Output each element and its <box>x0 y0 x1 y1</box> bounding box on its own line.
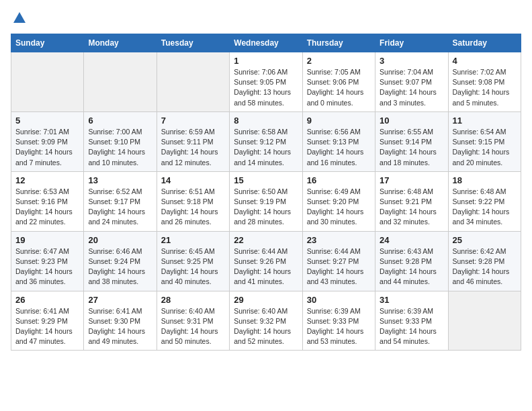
day-number: 9 <box>307 116 371 126</box>
day-number: 18 <box>453 175 517 185</box>
day-info: Sunrise: 7:01 AMSunset: 9:09 PMDaylight:… <box>15 127 79 168</box>
day-info: Sunrise: 6:47 AMSunset: 9:23 PMDaylight:… <box>15 246 79 287</box>
calendar-cell: 18Sunrise: 6:48 AMSunset: 9:22 PMDayligh… <box>448 171 521 231</box>
calendar-cell: 22Sunrise: 6:44 AMSunset: 9:26 PMDayligh… <box>230 231 302 291</box>
day-info: Sunrise: 6:42 AMSunset: 9:28 PMDaylight:… <box>453 246 517 287</box>
calendar-cell: 7Sunrise: 6:59 AMSunset: 9:11 PMDaylight… <box>157 111 229 171</box>
calendar-cell: 8Sunrise: 6:58 AMSunset: 9:12 PMDaylight… <box>230 111 302 171</box>
calendar-cell: 20Sunrise: 6:46 AMSunset: 9:24 PMDayligh… <box>84 231 157 291</box>
calendar-header: SundayMondayTuesdayWednesdayThursdayFrid… <box>11 34 521 52</box>
day-info: Sunrise: 6:59 AMSunset: 9:11 PMDaylight:… <box>161 127 225 168</box>
weekday-header-monday: Monday <box>84 34 157 52</box>
day-number: 7 <box>161 116 225 126</box>
day-info: Sunrise: 6:56 AMSunset: 9:13 PMDaylight:… <box>307 127 371 168</box>
calendar-cell: 27Sunrise: 6:41 AMSunset: 9:30 PMDayligh… <box>84 291 157 351</box>
day-info: Sunrise: 6:49 AMSunset: 9:20 PMDaylight:… <box>307 187 371 228</box>
day-number: 12 <box>15 175 79 185</box>
day-number: 2 <box>307 56 371 66</box>
page-header <box>11 11 521 26</box>
day-info: Sunrise: 6:44 AMSunset: 9:27 PMDaylight:… <box>307 246 371 287</box>
calendar-cell: 11Sunrise: 6:54 AMSunset: 9:15 PMDayligh… <box>448 111 521 171</box>
calendar-cell <box>84 52 157 112</box>
day-number: 14 <box>161 175 225 185</box>
svg-marker-0 <box>13 12 26 23</box>
calendar-cell: 1Sunrise: 7:06 AMSunset: 9:05 PMDaylight… <box>230 52 302 112</box>
day-number: 24 <box>380 235 443 245</box>
day-info: Sunrise: 6:58 AMSunset: 9:12 PMDaylight:… <box>234 127 298 168</box>
day-number: 20 <box>88 235 152 245</box>
day-number: 10 <box>380 116 443 126</box>
day-info: Sunrise: 7:00 AMSunset: 9:10 PMDaylight:… <box>88 127 152 168</box>
day-info: Sunrise: 6:41 AMSunset: 9:30 PMDaylight:… <box>88 306 152 347</box>
day-info: Sunrise: 6:54 AMSunset: 9:15 PMDaylight:… <box>453 127 517 168</box>
calendar-cell: 15Sunrise: 6:50 AMSunset: 9:19 PMDayligh… <box>230 171 302 231</box>
calendar-cell: 19Sunrise: 6:47 AMSunset: 9:23 PMDayligh… <box>11 231 84 291</box>
calendar-week-row: 5Sunrise: 7:01 AMSunset: 9:09 PMDaylight… <box>11 111 521 171</box>
day-number: 31 <box>380 295 443 305</box>
weekday-header-tuesday: Tuesday <box>157 34 229 52</box>
day-info: Sunrise: 6:44 AMSunset: 9:26 PMDaylight:… <box>234 246 298 287</box>
calendar-cell <box>11 52 84 112</box>
calendar-cell: 26Sunrise: 6:41 AMSunset: 9:29 PMDayligh… <box>11 291 84 351</box>
calendar-cell: 4Sunrise: 7:02 AMSunset: 9:08 PMDaylight… <box>448 52 521 112</box>
calendar-cell: 9Sunrise: 6:56 AMSunset: 9:13 PMDaylight… <box>302 111 375 171</box>
day-number: 21 <box>161 235 225 245</box>
calendar-week-row: 26Sunrise: 6:41 AMSunset: 9:29 PMDayligh… <box>11 291 521 351</box>
day-info: Sunrise: 6:48 AMSunset: 9:22 PMDaylight:… <box>453 187 517 228</box>
day-number: 27 <box>88 295 152 305</box>
calendar-cell: 24Sunrise: 6:43 AMSunset: 9:28 PMDayligh… <box>375 231 448 291</box>
day-info: Sunrise: 6:40 AMSunset: 9:31 PMDaylight:… <box>161 306 225 347</box>
day-number: 28 <box>161 295 225 305</box>
day-number: 4 <box>453 56 517 66</box>
day-info: Sunrise: 6:39 AMSunset: 9:33 PMDaylight:… <box>307 306 371 347</box>
calendar-cell: 23Sunrise: 6:44 AMSunset: 9:27 PMDayligh… <box>302 231 375 291</box>
day-info: Sunrise: 7:06 AMSunset: 9:05 PMDaylight:… <box>234 67 298 108</box>
day-info: Sunrise: 6:43 AMSunset: 9:28 PMDaylight:… <box>380 246 443 287</box>
calendar-cell: 13Sunrise: 6:52 AMSunset: 9:17 PMDayligh… <box>84 171 157 231</box>
day-number: 23 <box>307 235 371 245</box>
day-number: 19 <box>15 235 79 245</box>
calendar-cell: 17Sunrise: 6:48 AMSunset: 9:21 PMDayligh… <box>375 171 448 231</box>
logo-icon <box>12 11 27 26</box>
day-info: Sunrise: 7:05 AMSunset: 9:06 PMDaylight:… <box>307 67 371 108</box>
calendar-body: 1Sunrise: 7:06 AMSunset: 9:05 PMDaylight… <box>11 52 521 351</box>
day-number: 11 <box>453 116 517 126</box>
day-number: 22 <box>234 235 298 245</box>
day-info: Sunrise: 6:46 AMSunset: 9:24 PMDaylight:… <box>88 246 152 287</box>
calendar-cell: 6Sunrise: 7:00 AMSunset: 9:10 PMDaylight… <box>84 111 157 171</box>
day-info: Sunrise: 7:02 AMSunset: 9:08 PMDaylight:… <box>453 67 517 108</box>
day-number: 13 <box>88 175 152 185</box>
calendar-cell: 21Sunrise: 6:45 AMSunset: 9:25 PMDayligh… <box>157 231 229 291</box>
calendar-cell: 2Sunrise: 7:05 AMSunset: 9:06 PMDaylight… <box>302 52 375 112</box>
day-info: Sunrise: 6:55 AMSunset: 9:14 PMDaylight:… <box>380 127 443 168</box>
calendar-cell: 14Sunrise: 6:51 AMSunset: 9:18 PMDayligh… <box>157 171 229 231</box>
day-number: 1 <box>234 56 298 66</box>
day-number: 8 <box>234 116 298 126</box>
weekday-header-saturday: Saturday <box>448 34 521 52</box>
day-number: 26 <box>15 295 79 305</box>
calendar-cell: 16Sunrise: 6:49 AMSunset: 9:20 PMDayligh… <box>302 171 375 231</box>
day-info: Sunrise: 6:52 AMSunset: 9:17 PMDaylight:… <box>88 187 152 228</box>
day-number: 30 <box>307 295 371 305</box>
day-number: 15 <box>234 175 298 185</box>
day-number: 16 <box>307 175 371 185</box>
day-info: Sunrise: 6:40 AMSunset: 9:32 PMDaylight:… <box>234 306 298 347</box>
day-number: 17 <box>380 175 443 185</box>
calendar-week-row: 12Sunrise: 6:53 AMSunset: 9:16 PMDayligh… <box>11 171 521 231</box>
calendar-cell: 30Sunrise: 6:39 AMSunset: 9:33 PMDayligh… <box>302 291 375 351</box>
weekday-header-sunday: Sunday <box>11 34 84 52</box>
weekday-header-friday: Friday <box>375 34 448 52</box>
calendar-cell: 12Sunrise: 6:53 AMSunset: 9:16 PMDayligh… <box>11 171 84 231</box>
calendar-cell: 25Sunrise: 6:42 AMSunset: 9:28 PMDayligh… <box>448 231 521 291</box>
logo <box>11 11 27 26</box>
calendar-cell: 5Sunrise: 7:01 AMSunset: 9:09 PMDaylight… <box>11 111 84 171</box>
day-info: Sunrise: 6:39 AMSunset: 9:33 PMDaylight:… <box>380 306 443 347</box>
day-number: 6 <box>88 116 152 126</box>
calendar-cell: 31Sunrise: 6:39 AMSunset: 9:33 PMDayligh… <box>375 291 448 351</box>
day-info: Sunrise: 6:53 AMSunset: 9:16 PMDaylight:… <box>15 187 79 228</box>
day-info: Sunrise: 6:41 AMSunset: 9:29 PMDaylight:… <box>15 306 79 347</box>
day-number: 3 <box>380 56 443 66</box>
day-info: Sunrise: 6:51 AMSunset: 9:18 PMDaylight:… <box>161 187 225 228</box>
calendar-week-row: 1Sunrise: 7:06 AMSunset: 9:05 PMDaylight… <box>11 52 521 112</box>
calendar-cell: 28Sunrise: 6:40 AMSunset: 9:31 PMDayligh… <box>157 291 229 351</box>
